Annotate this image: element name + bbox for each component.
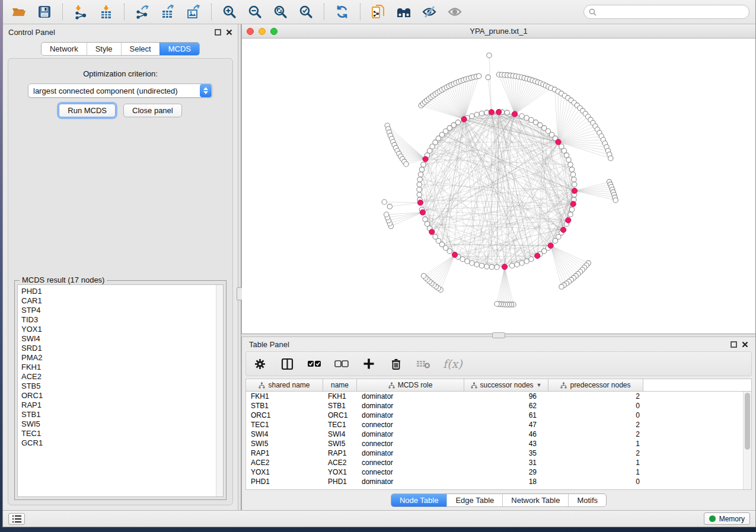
graph-node[interactable] xyxy=(553,238,557,243)
cell-predecessor-nodes[interactable]: 2 xyxy=(548,449,643,457)
cell-predecessor-nodes[interactable]: 1 xyxy=(548,459,643,467)
export-image-button[interactable] xyxy=(183,2,203,21)
graph-node[interactable] xyxy=(570,172,575,177)
cell-shared-name[interactable]: STB1 xyxy=(246,402,323,410)
mcds-result-item[interactable]: STB5 xyxy=(21,382,216,391)
graph-node[interactable] xyxy=(564,153,569,158)
graph-node[interactable] xyxy=(382,200,387,204)
cell-successor-nodes[interactable]: 29 xyxy=(464,468,548,476)
graph-mcds-node[interactable] xyxy=(417,200,423,206)
graph-mcds-node[interactable] xyxy=(572,188,577,194)
cell-shared-name[interactable]: ORC1 xyxy=(246,411,323,419)
memory-button[interactable]: Memory xyxy=(704,512,750,525)
graph-node[interactable] xyxy=(569,167,574,172)
table-scrollbar[interactable] xyxy=(743,392,751,489)
cell-name[interactable]: FKH1 xyxy=(323,392,357,400)
graph-node[interactable] xyxy=(484,110,489,115)
cell-shared-name[interactable]: YOX1 xyxy=(246,468,323,476)
graph-node[interactable] xyxy=(421,162,426,167)
mcds-result-item[interactable]: STP4 xyxy=(21,306,216,315)
cell-name[interactable]: YOX1 xyxy=(323,468,357,476)
graph-node[interactable] xyxy=(486,75,490,79)
cell-predecessor-nodes[interactable]: 1 xyxy=(548,440,643,448)
table-row[interactable]: TEC1TEC1connector472 xyxy=(246,420,743,430)
table-row[interactable]: PHD1PHD1dominator180 xyxy=(246,477,743,486)
cell-shared-name[interactable]: SWI4 xyxy=(246,430,323,438)
graph-node[interactable] xyxy=(479,111,484,116)
graph-node[interactable] xyxy=(417,192,422,197)
graph-node[interactable] xyxy=(524,259,529,264)
graph-node[interactable] xyxy=(568,212,573,217)
graph-node[interactable] xyxy=(608,156,613,161)
cell-name[interactable]: SWI5 xyxy=(323,440,357,448)
graph-node[interactable] xyxy=(529,257,534,261)
graph-mcds-node[interactable] xyxy=(512,111,518,117)
tab-motifs[interactable]: Motifs xyxy=(568,494,606,507)
cell-MCDS-role[interactable]: dominator xyxy=(357,411,464,419)
graph-node[interactable] xyxy=(465,259,470,264)
graph-node[interactable] xyxy=(505,110,509,115)
graph-node[interactable] xyxy=(417,182,422,187)
tab-network[interactable]: Network xyxy=(42,43,87,55)
graph-node[interactable] xyxy=(474,262,479,267)
graph-node[interactable] xyxy=(495,265,499,270)
graph-node[interactable] xyxy=(470,114,474,118)
column-header-name[interactable]: name xyxy=(323,379,357,391)
tab-mcds[interactable]: MCDS xyxy=(160,43,199,55)
graph-node[interactable] xyxy=(460,257,465,261)
select-all-button[interactable] xyxy=(307,356,322,371)
import-table-button[interactable] xyxy=(96,2,116,21)
table-row[interactable]: ACE2ACE2connector311 xyxy=(246,458,743,467)
cell-successor-nodes[interactable]: 18 xyxy=(464,477,548,486)
mcds-result-item[interactable]: ACE2 xyxy=(21,372,216,382)
tab-select[interactable]: Select xyxy=(121,43,160,55)
cell-shared-name[interactable]: RAP1 xyxy=(246,449,323,457)
float-panel-icon[interactable] xyxy=(215,29,221,36)
cell-MCDS-role[interactable]: connector xyxy=(357,468,464,476)
cell-successor-nodes[interactable]: 62 xyxy=(464,402,548,410)
horizontal-splitter[interactable] xyxy=(241,334,755,337)
graph-node[interactable] xyxy=(524,116,529,120)
graph-node[interactable] xyxy=(613,198,618,203)
cell-predecessor-nodes[interactable]: 0 xyxy=(548,411,643,419)
graph-node[interactable] xyxy=(479,263,484,268)
mcds-result-item[interactable]: SWI4 xyxy=(21,334,216,344)
table-row[interactable]: SWI5SWI5connector431 xyxy=(246,439,743,448)
cell-MCDS-role[interactable]: dominator xyxy=(357,477,464,486)
graph-node[interactable] xyxy=(477,73,481,78)
graph-node[interactable] xyxy=(417,187,422,192)
cell-name[interactable]: ACE2 xyxy=(323,459,357,467)
delete-column-button[interactable] xyxy=(388,356,404,371)
graph-mcds-node[interactable] xyxy=(420,210,425,215)
mcds-result-item[interactable]: TID3 xyxy=(21,315,216,325)
cell-successor-nodes[interactable]: 43 xyxy=(464,440,548,448)
cell-shared-name[interactable]: FKH1 xyxy=(246,392,323,400)
cell-MCDS-role[interactable]: dominator xyxy=(357,402,464,410)
first-neighbors-button[interactable] xyxy=(394,2,414,21)
cell-name[interactable]: TEC1 xyxy=(323,421,357,429)
mcds-result-item[interactable]: STB1 xyxy=(21,410,216,419)
cell-successor-nodes[interactable]: 47 xyxy=(464,421,548,429)
graph-node[interactable] xyxy=(474,112,479,117)
add-column-button[interactable] xyxy=(361,356,377,371)
zoom-out-button[interactable] xyxy=(245,2,265,21)
table-row[interactable]: STB1STB1dominator620 xyxy=(246,401,743,411)
column-header-MCDS-role[interactable]: MCDS role xyxy=(357,379,464,391)
mcds-result-item[interactable]: RAP1 xyxy=(21,400,216,410)
tab-edge-table[interactable]: Edge Table xyxy=(446,494,502,507)
close-window-icon[interactable] xyxy=(247,28,254,35)
graph-node[interactable] xyxy=(421,274,426,278)
close-panel-icon[interactable] xyxy=(742,341,748,348)
cell-predecessor-nodes[interactable]: 2 xyxy=(548,421,643,429)
zoom-selected-button[interactable] xyxy=(296,2,316,21)
mcds-result-item[interactable]: TEC1 xyxy=(21,429,216,438)
mcds-result-item[interactable]: YOX1 xyxy=(21,325,216,334)
new-network-from-selection-button[interactable] xyxy=(368,2,388,21)
table-settings-button[interactable] xyxy=(252,356,267,371)
graph-mcds-node[interactable] xyxy=(423,156,428,162)
mcds-result-item[interactable]: SWI5 xyxy=(21,419,216,429)
graph-node[interactable] xyxy=(484,264,489,269)
import-network-button[interactable] xyxy=(71,2,91,21)
table-row[interactable]: SWI4SWI4dominator462 xyxy=(246,430,743,439)
graph-mcds-node[interactable] xyxy=(548,243,553,248)
